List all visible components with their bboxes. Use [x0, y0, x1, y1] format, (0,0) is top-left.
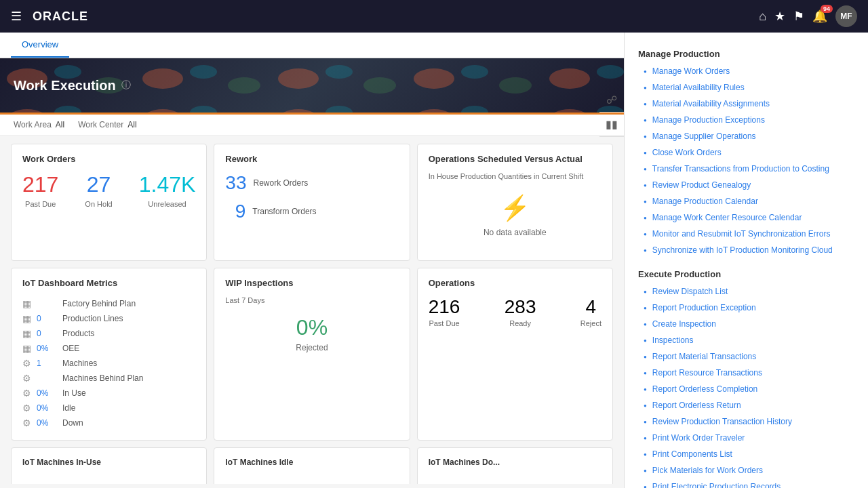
work-center-label: Work Center [78, 120, 123, 129]
top-navigation: ☰ ORACLE ⌂ ★ ⚑ 🔔 94 MF [0, 0, 868, 33]
iot-in-use-title: IoT Machines In-Use [22, 458, 195, 467]
ops-reject-value: 4 [580, 296, 601, 318]
sidebar-manage-link-5[interactable]: Close Work Orders [652, 148, 722, 157]
sidebar-execute-item-9[interactable]: ●Print Work Order Traveler [625, 430, 868, 446]
bullet-icon: ● [644, 215, 647, 221]
bullet-icon: ● [644, 468, 647, 474]
sidebar-manage-item-4[interactable]: ●Manage Supplier Operations [625, 128, 868, 144]
sidebar-execute-link-8[interactable]: Review Production Transaction History [652, 417, 792, 426]
home-icon[interactable]: ⌂ [759, 9, 766, 24]
favorites-icon[interactable]: ★ [774, 9, 785, 24]
sidebar-execute-item-12[interactable]: ●Print Electronic Production Records [625, 479, 868, 488]
sidebar-manage-item-5[interactable]: ●Close Work Orders [625, 144, 868, 161]
sidebar-manage-link-11[interactable]: Synchronize with IoT Production Monitori… [652, 245, 833, 255]
iot-item-label-5: Machines Behind Plan [62, 373, 143, 383]
iot-in-use-card: IoT Machines In-Use [11, 447, 207, 484]
sidebar-execute-item-8[interactable]: ●Review Production Transaction History [625, 413, 868, 430]
sidebar-execute-item-5[interactable]: ●Report Resource Transactions [625, 365, 868, 381]
sidebar-execute-link-0[interactable]: Review Dispatch List [652, 287, 728, 296]
sidebar-execute-link-6[interactable]: Report Orderless Completion [652, 384, 757, 394]
ops-past-due-metric: 216 Past Due [429, 296, 460, 327]
bullet-icon: ● [644, 386, 647, 392]
sidebar-execute-link-9[interactable]: Print Work Order Traveler [652, 433, 745, 443]
content-area: Overview Work Execution ⓘ Work Area All … [0, 33, 624, 488]
sidebar-execute-link-2[interactable]: Create Inspection [652, 319, 716, 329]
iot-item-label-7: Idle [62, 403, 75, 413]
iot-dashboard-item-6: ⚙0%In Use [22, 386, 195, 401]
sidebar-manage-item-10[interactable]: ●Monitor and Resubmit IoT Synchronizatio… [625, 226, 868, 242]
sidebar-execute-item-4[interactable]: ●Report Material Transactions [625, 348, 868, 365]
ops-ready-label: Ready [505, 319, 536, 327]
sidebar-manage-item-8[interactable]: ●Manage Production Calendar [625, 193, 868, 209]
sidebar-manage-link-3[interactable]: Manage Production Exceptions [652, 115, 765, 125]
sidebar-execute-link-12[interactable]: Print Electronic Production Records [652, 482, 781, 488]
tab-overview[interactable]: Overview [11, 33, 69, 58]
work-orders-metrics: 217 Past Due 27 On Hold 1.47K Unreleased [22, 172, 195, 208]
sidebar-manage-item-11[interactable]: ●Synchronize with IoT Production Monitor… [625, 242, 868, 258]
sidebar-execute-link-3[interactable]: Inspections [652, 336, 694, 345]
sidebar-execute-link-11[interactable]: Pick Materials for Work Orders [652, 466, 763, 475]
work-area-value[interactable]: All [56, 120, 64, 129]
gear-icon: ⚙ [22, 403, 31, 413]
help-icon[interactable]: ⓘ [121, 79, 131, 92]
bullet-icon: ● [644, 321, 647, 327]
bullet-icon: ● [644, 484, 647, 489]
sidebar-manage-link-1[interactable]: Material Availability Rules [652, 83, 745, 92]
sidebar-execute-item-3[interactable]: ●Inspections [625, 332, 868, 348]
sidebar-manage-item-6[interactable]: ●Transfer Transactions from Production t… [625, 161, 868, 177]
sidebar-execute-item-1[interactable]: ●Report Production Exception [625, 300, 868, 316]
iot-item-value-3: 0% [37, 344, 57, 353]
list-view-icon[interactable]: ☍ [599, 88, 624, 113]
sidebar-execute-link-4[interactable]: Report Material Transactions [652, 352, 756, 361]
hamburger-menu[interactable]: ☰ [11, 9, 22, 24]
iot-item-value-6: 0% [37, 388, 57, 398]
sidebar-execute-item-2[interactable]: ●Create Inspection [625, 316, 868, 332]
gear-icon: ⚙ [22, 388, 31, 399]
bullet-icon: ● [644, 354, 647, 360]
gear-icon: ⚙ [22, 373, 31, 384]
manage-production-section-title: Manage Production [625, 43, 868, 63]
gear-icon: ⚙ [22, 418, 31, 428]
bullet-icon: ● [644, 68, 647, 75]
work-center-value[interactable]: All [127, 120, 136, 129]
operations-scheduled-title: Operations Scheduled Versus Actual [429, 154, 601, 164]
iot-item-label-2: Products [62, 329, 94, 338]
rework-card: Rework 33 Rework Orders 9 Transform Orde… [214, 144, 410, 261]
user-avatar[interactable]: MF [835, 5, 857, 27]
sidebar-execute-item-0[interactable]: ●Review Dispatch List [625, 283, 868, 300]
sidebar-manage-item-3[interactable]: ●Manage Production Exceptions [625, 112, 868, 128]
notification-icon[interactable]: 🔔 94 [812, 9, 827, 24]
flag-icon[interactable]: ⚑ [793, 9, 804, 24]
ops-past-due-value: 216 [429, 296, 460, 318]
sidebar-execute-item-7[interactable]: ●Report Orderless Return [625, 397, 868, 413]
rework-orders-label: Rework Orders [253, 178, 308, 188]
iot-item-value-8: 0% [37, 418, 57, 428]
sidebar-manage-link-7[interactable]: Review Product Genealogy [652, 180, 751, 190]
sidebar-manage-item-2[interactable]: ●Material Availability Assignments [625, 96, 868, 112]
sidebar-manage-link-6[interactable]: Transfer Transactions from Production to… [652, 164, 829, 174]
sidebar-manage-link-0[interactable]: Manage Work Orders [652, 66, 730, 76]
grid-icon: ▦ [22, 298, 31, 309]
bullet-icon: ● [644, 289, 647, 295]
sidebar-execute-item-11[interactable]: ●Pick Materials for Work Orders [625, 462, 868, 479]
sidebar-manage-link-9[interactable]: Manage Work Center Resource Calendar [652, 213, 802, 222]
sidebar-execute-item-10[interactable]: ●Print Components List [625, 446, 868, 462]
wip-inspections-subtitle: Last 7 Days [225, 296, 398, 304]
sidebar-manage-item-1[interactable]: ●Material Availability Rules [625, 79, 868, 96]
sidebar-manage-link-10[interactable]: Monitor and Resubmit IoT Synchronization… [652, 229, 831, 239]
sidebar-execute-link-7[interactable]: Report Orderless Return [652, 401, 741, 410]
sidebar-execute-link-5[interactable]: Report Resource Transactions [652, 368, 762, 378]
sidebar-manage-link-4[interactable]: Manage Supplier Operations [652, 131, 756, 141]
sidebar-manage-link-2[interactable]: Material Availability Assignments [652, 99, 770, 108]
bullet-icon: ● [644, 451, 647, 458]
sidebar-execute-item-6[interactable]: ●Report Orderless Completion [625, 381, 868, 397]
bullet-icon: ● [644, 117, 647, 123]
chart-view-icon[interactable]: ▮▮ [599, 113, 624, 137]
sidebar-execute-link-10[interactable]: Print Components List [652, 449, 732, 459]
sidebar-manage-item-9[interactable]: ●Manage Work Center Resource Calendar [625, 209, 868, 226]
sidebar-manage-link-8[interactable]: Manage Production Calendar [652, 197, 758, 206]
sidebar-execute-link-1[interactable]: Report Production Exception [652, 303, 756, 312]
iot-idle-card: IoT Machines Idle [214, 447, 410, 484]
sidebar-manage-item-7[interactable]: ●Review Product Genealogy [625, 177, 868, 193]
sidebar-manage-item-0[interactable]: ●Manage Work Orders [625, 63, 868, 79]
